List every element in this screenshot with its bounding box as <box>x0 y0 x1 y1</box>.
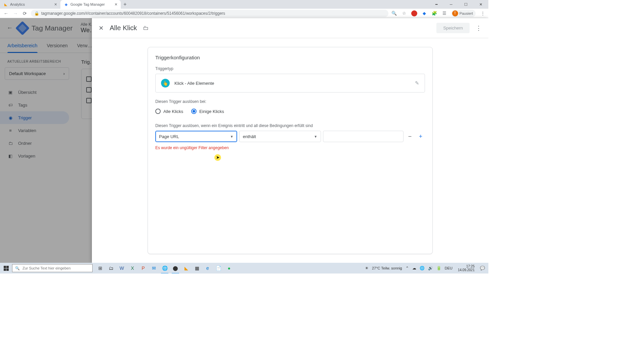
select-value: Page URL <box>159 134 179 139</box>
add-condition-button[interactable]: + <box>416 132 425 141</box>
explorer-icon[interactable]: 🗂 <box>106 263 116 274</box>
start-button[interactable] <box>0 263 12 274</box>
onedrive-icon[interactable]: ☁ <box>412 266 416 270</box>
zoom-icon[interactable]: 🔍 <box>391 10 397 16</box>
browser-tab-gtm[interactable]: ◆ Google Tag Manager × <box>60 0 121 9</box>
radio-some-clicks[interactable]: Einige Klicks <box>191 109 224 114</box>
powerpoint-icon[interactable]: P <box>138 263 148 274</box>
word-icon[interactable]: W <box>117 263 127 274</box>
reading-list-icon[interactable]: ☰ <box>441 10 447 16</box>
condition-label: Diesen Trigger auslösen, wenn ein Ereign… <box>155 123 425 128</box>
excel-icon[interactable]: X <box>127 263 138 274</box>
analytics-favicon-icon: ◣ <box>3 2 8 7</box>
trigger-type-name: Klick - Alle Elemente <box>174 81 214 86</box>
chrome-icon[interactable]: 🌐 <box>160 263 170 274</box>
remove-condition-button[interactable]: − <box>406 132 414 141</box>
trigger-type-row[interactable]: 👆 Klick - Alle Elemente ✎ <box>155 74 425 93</box>
operator-select[interactable]: enthält ▼ <box>239 131 321 142</box>
folder-icon[interactable]: 🗀 <box>143 25 149 32</box>
weather-text[interactable]: 27°C Teilw. sonnig <box>372 266 402 270</box>
nav-back-icon[interactable]: ← <box>3 11 9 16</box>
battery-icon[interactable]: 🔋 <box>436 266 441 270</box>
extension-pin-icon[interactable]: ◆ <box>421 10 427 16</box>
taskbar-search-input[interactable]: 🔍 Zur Suche Text hier eingeben <box>12 264 93 272</box>
radio-label: Alle Klicks <box>163 109 183 114</box>
taskbar-apps: ⊞ 🗂 W X P ✉ 🌐 ⬤ ◣ ▦ e 📄 ● <box>95 263 234 274</box>
panel-body: Triggerkonfiguration Triggertyp 👆 Klick … <box>92 38 488 263</box>
spotify-icon[interactable]: ● <box>224 263 234 274</box>
bookmark-icon[interactable]: ☆ <box>401 10 407 16</box>
new-tab-button[interactable]: + <box>121 1 129 7</box>
clock-time: 17:25 <box>466 264 475 268</box>
window-maximize-button[interactable]: ☐ <box>461 1 471 8</box>
variable-select[interactable]: Page URL ▼ <box>155 131 237 142</box>
select-value: enthält <box>243 134 256 139</box>
type-label: Triggertyp <box>155 66 425 71</box>
lock-icon: 🔒 <box>34 11 39 16</box>
nav-reload-icon[interactable]: ⟳ <box>21 11 28 16</box>
trigger-config-card: Triggerkonfiguration Triggertyp 👆 Klick … <box>148 47 433 254</box>
save-button[interactable]: Speichern <box>436 23 470 33</box>
panel-header: ✕ Alle Klick 🗀 Speichern ⋮ <box>92 18 488 38</box>
filter-value-input[interactable] <box>323 131 404 142</box>
close-icon[interactable]: ✕ <box>99 24 104 32</box>
browser-tab-analytics[interactable]: ◣ Analytics × <box>0 0 60 9</box>
nav-forward-icon: → <box>12 11 19 16</box>
notepad-icon[interactable]: 📄 <box>213 263 223 274</box>
clock[interactable]: 17:25 14.09.2021 <box>456 264 477 272</box>
obs-icon[interactable]: ⬤ <box>170 263 180 274</box>
more-menu-icon[interactable]: ⋮ <box>476 24 482 32</box>
radio-group: Alle Klicks Einige Klicks <box>155 107 425 116</box>
network-icon[interactable]: 🌐 <box>420 266 425 270</box>
window-minimize-button[interactable]: ─ <box>446 1 456 8</box>
click-trigger-icon: 👆 <box>161 79 170 87</box>
extension-icon[interactable] <box>411 10 417 16</box>
url-text: tagmanager.google.com/#/container/accoun… <box>41 11 225 16</box>
browser-address-bar: ← → ⟳ 🔒 tagmanager.google.com/#/containe… <box>0 9 488 18</box>
windows-taskbar: 🔍 Zur Suche Text hier eingeben ⊞ 🗂 W X P… <box>0 263 488 274</box>
edge-icon[interactable]: e <box>203 263 213 274</box>
system-tray: ☀ 27°C Teilw. sonnig ⌃ ☁ 🌐 🔊 🔋 DEU 17:25… <box>362 264 488 272</box>
clock-date: 14.09.2021 <box>458 268 475 272</box>
url-input[interactable]: 🔒 tagmanager.google.com/#/container/acco… <box>31 10 388 17</box>
volume-icon[interactable]: 🔊 <box>428 266 433 270</box>
mail-icon[interactable]: ✉ <box>149 263 159 274</box>
profile-avatar-icon: T <box>452 10 458 16</box>
tray-chevron-up-icon[interactable]: ⌃ <box>406 266 409 270</box>
tab-title: Analytics <box>10 2 25 6</box>
radio-icon <box>191 109 197 114</box>
chrome-minimize-icon[interactable]: ━ <box>431 1 441 8</box>
edit-icon[interactable]: ✎ <box>415 80 419 86</box>
gtm-favicon-icon: ◆ <box>64 2 68 7</box>
search-placeholder: Zur Suche Text hier eingeben <box>22 266 71 270</box>
notifications-icon[interactable]: 💬 <box>480 266 485 270</box>
radio-label: Einige Klicks <box>199 109 224 114</box>
browser-tab-strip: ◣ Analytics × ◆ Google Tag Manager × + ━… <box>0 0 488 9</box>
language-indicator[interactable]: DEU <box>445 266 452 270</box>
chevron-down-icon: ▼ <box>314 135 317 138</box>
task-view-icon[interactable]: ⊞ <box>95 263 105 274</box>
app-icon[interactable]: ◣ <box>181 263 191 274</box>
window-close-button[interactable]: ✕ <box>476 1 486 8</box>
search-icon: 🔍 <box>15 266 20 270</box>
tab-title: Google Tag Manager <box>70 2 105 6</box>
chrome-menu-icon[interactable]: ⋮ <box>480 10 486 16</box>
close-icon[interactable]: × <box>115 2 117 7</box>
filter-row: Page URL ▼ enthält ▼ − + <box>155 131 425 142</box>
panel-title[interactable]: Alle Klick <box>110 24 137 32</box>
error-message: Es wurde ein ungültiger Filter angegeben <box>155 145 425 150</box>
radio-icon <box>155 109 161 114</box>
config-title: Triggerkonfiguration <box>155 55 425 60</box>
close-icon[interactable]: × <box>54 2 57 7</box>
weather-icon[interactable]: ☀ <box>365 266 369 270</box>
radio-all-clicks[interactable]: Alle Klicks <box>155 109 183 114</box>
extensions-menu-icon[interactable]: 🧩 <box>431 10 437 16</box>
chevron-down-icon: ▼ <box>230 135 233 138</box>
fire-label: Diesen Trigger auslösen bei: <box>155 99 425 104</box>
profile-status: Pausiert <box>460 11 473 15</box>
windows-logo-icon <box>4 266 9 271</box>
app-icon[interactable]: ▦ <box>192 263 202 274</box>
profile-badge[interactable]: T Pausiert <box>451 10 476 17</box>
trigger-edit-panel: ✕ Alle Klick 🗀 Speichern ⋮ Triggerkonfig… <box>92 18 488 263</box>
